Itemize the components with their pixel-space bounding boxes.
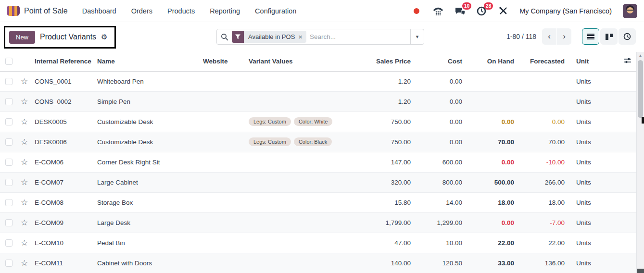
search-bar[interactable]: Available in POS × ▾ <box>216 29 424 45</box>
row-checkbox[interactable] <box>5 118 13 125</box>
cell-forecasted: 0.00 <box>518 112 568 132</box>
cell-cost: 0.00 <box>415 112 466 132</box>
favorite-star-icon[interactable]: ☆ <box>18 259 28 268</box>
favorite-star-icon[interactable]: ☆ <box>18 158 28 167</box>
favorite-star-icon[interactable]: ☆ <box>18 238 28 248</box>
table-row[interactable]: ☆ CONS_0002 Simple Pen 1.20 0.00 Units <box>0 91 636 112</box>
cell-sales-price: 147.00 <box>336 152 415 172</box>
row-checkbox[interactable] <box>5 260 13 267</box>
cell-on-hand: 0.00 <box>466 152 518 172</box>
variant-tag: Legs: Custom <box>249 117 291 126</box>
new-button[interactable]: New <box>9 31 35 44</box>
favorite-star-icon[interactable]: ☆ <box>18 178 28 187</box>
status-dot-icon <box>411 6 422 16</box>
page-title: Product Variants <box>40 33 96 41</box>
table-row[interactable]: ☆ DESK0005 Customizable Desk Legs: Custo… <box>0 112 636 132</box>
cell-cost: 10.00 <box>415 233 466 253</box>
row-checkbox[interactable] <box>5 98 13 105</box>
col-variant-values: Variant Values <box>247 52 336 71</box>
cell-variant-values: Legs: CustomColor: White <box>247 112 336 132</box>
favorite-star-icon[interactable]: ☆ <box>18 77 28 86</box>
favorite-star-icon[interactable]: ☆ <box>18 198 28 207</box>
row-checkbox[interactable] <box>5 179 13 186</box>
menu-dashboard[interactable]: Dashboard <box>82 7 116 15</box>
menu-products[interactable]: Products <box>167 7 195 15</box>
kanban-view-button[interactable] <box>600 28 618 45</box>
table-row[interactable]: ☆ E-COM09 Large Desk 1,799.00 1,299.00 0… <box>0 212 636 233</box>
pager-next-button[interactable]: › <box>557 28 571 45</box>
cell-internal-reference: E-COM10 <box>33 233 95 253</box>
pager: 1-80 / 118 ‹ › <box>506 28 571 45</box>
app-name[interactable]: Point of Sale <box>24 7 68 15</box>
cell-variant-values <box>247 253 336 273</box>
table-row[interactable]: ☆ E-COM08 Storage Box 15.80 14.00 18.00 … <box>0 192 636 212</box>
cell-on-hand: 0.00 <box>466 112 518 132</box>
col-forecasted: Forecasted <box>518 52 568 71</box>
row-checkbox[interactable] <box>5 199 13 206</box>
row-checkbox[interactable] <box>5 239 13 247</box>
cell-internal-reference: E-COM06 <box>33 152 95 172</box>
optional-columns-icon[interactable] <box>624 57 631 64</box>
search-dropdown-caret-icon[interactable]: ▾ <box>410 29 424 44</box>
list-view-button[interactable] <box>582 28 599 45</box>
company-switcher[interactable]: My Company (San Francisco) <box>519 7 612 15</box>
pager-range: 1-80 / 118 <box>506 33 536 40</box>
kanban-view-icon <box>606 34 613 40</box>
product-variants-list: Internal Reference Name Website Variant … <box>0 52 636 273</box>
variant-tag: Color: White <box>294 117 333 126</box>
menu-reporting[interactable]: Reporting <box>210 7 240 15</box>
cell-name: Storage Box <box>95 192 201 212</box>
facet-label: Available in POS <box>244 33 298 40</box>
cell-website <box>201 112 247 132</box>
cell-on-hand: 0.00 <box>466 212 518 233</box>
pos-app-icon[interactable] <box>7 6 20 16</box>
scrollbar-thumb[interactable] <box>638 60 643 118</box>
col-internal-reference: Internal Reference <box>33 52 95 71</box>
search-facet: Available in POS × <box>232 31 306 43</box>
messages-icon[interactable]: 10 <box>455 6 465 16</box>
phone-icon[interactable] <box>433 6 443 16</box>
row-checkbox[interactable] <box>5 219 13 226</box>
table-row[interactable]: ☆ DESK0006 Customizable Desk Legs: Custo… <box>0 132 636 152</box>
activity-view-button[interactable] <box>619 28 636 45</box>
select-all-checkbox[interactable] <box>5 58 13 65</box>
cell-sales-price: 47.00 <box>336 233 415 253</box>
cell-name: Whiteboard Pen <box>95 71 201 91</box>
top-navbar: Point of Sale Dashboard Orders Products … <box>0 0 644 22</box>
menu-orders[interactable]: Orders <box>131 7 152 15</box>
table-row[interactable]: ☆ E-COM06 Corner Desk Right Sit 147.00 6… <box>0 152 636 172</box>
favorite-star-icon[interactable]: ☆ <box>18 137 28 147</box>
favorite-star-icon[interactable]: ☆ <box>18 218 28 227</box>
table-header-row: Internal Reference Name Website Variant … <box>0 52 636 71</box>
scroll-up-arrow-icon[interactable]: ▲ <box>637 52 644 60</box>
table-row[interactable]: ☆ CONS_0001 Whiteboard Pen 1.20 0.00 Uni… <box>0 71 636 91</box>
cell-internal-reference: CONS_0002 <box>33 91 95 112</box>
favorite-star-icon[interactable]: ☆ <box>18 97 28 106</box>
cell-variant-values <box>247 233 336 253</box>
cell-internal-reference: DESK0006 <box>33 132 95 152</box>
menu-configuration[interactable]: Configuration <box>255 7 296 15</box>
vertical-scrollbar[interactable]: ▲ <box>636 52 644 273</box>
table-row[interactable]: ☆ E-COM11 Cabinet with Doors 140.00 120.… <box>0 253 636 273</box>
cell-unit: Units <box>568 132 609 152</box>
actions-gear-icon[interactable]: ⚙ <box>101 33 107 41</box>
cell-website <box>201 91 247 112</box>
table-row[interactable]: ☆ E-COM07 Large Cabinet 320.00 800.00 50… <box>0 172 636 192</box>
cell-name: Customizable Desk <box>95 112 201 132</box>
cell-cost: 0.00 <box>415 71 466 91</box>
row-checkbox[interactable] <box>5 159 13 166</box>
row-checkbox[interactable] <box>5 138 13 146</box>
pager-previous-button[interactable]: ‹ <box>542 28 556 45</box>
facet-close-icon[interactable]: × <box>298 33 306 41</box>
user-avatar[interactable] <box>623 4 637 18</box>
cell-cost: 600.00 <box>415 152 466 172</box>
debug-tools-icon[interactable] <box>498 6 508 16</box>
table-row[interactable]: ☆ E-COM10 Pedal Bin 47.00 10.00 22.00 22… <box>0 233 636 253</box>
activities-clock-icon[interactable]: 28 <box>476 6 487 16</box>
cell-forecasted: -7.00 <box>518 212 568 233</box>
favorite-star-icon[interactable]: ☆ <box>18 117 28 126</box>
cell-forecasted: 136.00 <box>518 253 568 273</box>
row-checkbox[interactable] <box>5 78 13 85</box>
search-input[interactable] <box>310 29 410 44</box>
cell-forecasted <box>518 71 568 91</box>
